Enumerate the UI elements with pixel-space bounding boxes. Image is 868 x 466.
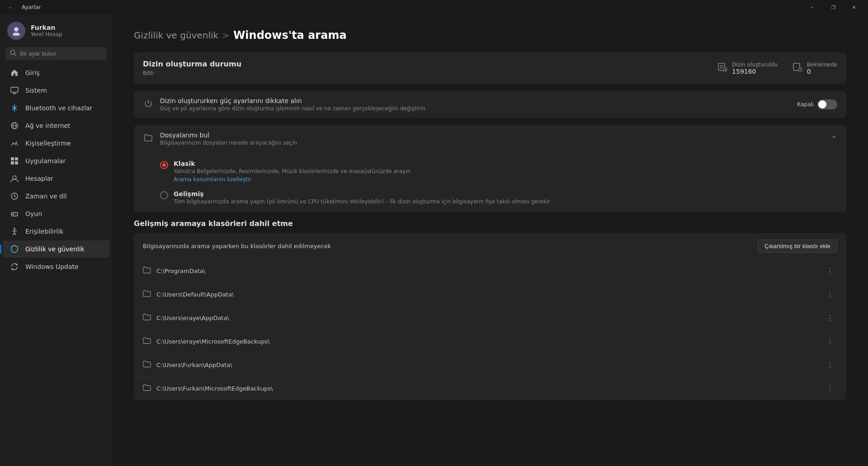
folder-item-left-2: C:\Users\Default\AppData\ — [143, 290, 234, 299]
user-info: Furkan Yerel Hesap — [31, 24, 62, 38]
radio-classic[interactable] — [160, 161, 168, 169]
sidebar-item-label-home: Giriş — [25, 69, 40, 76]
folder-item-1: C:\ProgramData\ ⋮ — [134, 259, 846, 283]
update-icon — [10, 262, 19, 271]
radio-advanced[interactable] — [160, 191, 168, 199]
power-card-title: Dizin oluştururken güç ayarlarını dikkat… — [160, 97, 425, 104]
main-content: Gizlilik ve güvenlik > Windows'ta arama … — [112, 14, 868, 466]
find-files-header-text: Dosyalarımı bul Bilgisayarınızın dosyala… — [160, 132, 297, 146]
add-folder-button[interactable]: Çıkartılmış bir klasör ekle — [758, 240, 837, 253]
folder-path-1: C:\ProgramData\ — [156, 268, 205, 274]
user-name: Furkan — [31, 24, 62, 31]
sidebar-item-label-accounts: Hesaplar — [25, 175, 53, 182]
excluded-header: Bilgisayarınızda arama yaparken bu klasö… — [134, 233, 846, 259]
find-files-icon — [143, 133, 154, 144]
svg-rect-12 — [15, 161, 18, 165]
user-section: Furkan Yerel Hesap — [0, 14, 112, 45]
excluded-header-text: Bilgisayarınızda arama yaparken bu klasö… — [143, 243, 331, 249]
svg-marker-28 — [11, 268, 14, 270]
customize-link[interactable]: Arama konumlarını özelleştir — [174, 176, 251, 183]
sidebar-item-time[interactable]: Zaman ve dil — [3, 188, 109, 205]
index-status-section: Dizin oluşturma durumu Bitti — [134, 52, 846, 84]
radio-classic-text: Klasik Yalnızca Belgelerinizde, Resimler… — [174, 160, 410, 183]
svg-point-21 — [15, 215, 16, 216]
power-icon — [143, 99, 154, 110]
sidebar-item-network[interactable]: Ağ ve internet — [3, 117, 109, 134]
toggle-knob — [818, 100, 826, 108]
index-status-value: Bitti — [143, 70, 241, 76]
folder-item-3: C:\Users\eraye\AppData\ ⋮ — [134, 306, 846, 330]
svg-line-3 — [14, 54, 16, 56]
search-box[interactable] — [5, 47, 107, 60]
power-card-text: Dizin oluştururken güç ayarlarını dikkat… — [160, 97, 425, 112]
power-toggle[interactable]: Kapalı — [797, 99, 837, 109]
folder-item-6: C:\Users\Furkan\MicrosoftEdgeBackups\ ⋮ — [134, 377, 846, 400]
search-input[interactable] — [20, 50, 102, 57]
breadcrumb-parent[interactable]: Gizlilik ve güvenlik — [134, 30, 218, 41]
classic-label: Klasik — [174, 160, 410, 167]
privacy-icon — [10, 245, 19, 254]
indexed-icon — [717, 62, 727, 74]
sidebar-item-home[interactable]: Giriş — [3, 64, 109, 81]
folder-item-4: C:\Users\eraye\MicrosoftEdgeBackups\ ⋮ — [134, 330, 846, 353]
sidebar-item-apps[interactable]: Uygulamalar — [3, 152, 109, 169]
sidebar-item-label-bluetooth: Bluetooth ve cihazlar — [25, 104, 92, 112]
sidebar-nav: Giriş Sistem Bluetooth ve cihazlar — [0, 64, 112, 276]
find-files-description: Bilgisayarınızın dosyaları nerede arayac… — [160, 140, 297, 146]
radio-option-classic[interactable]: Klasik Yalnızca Belgelerinizde, Resimler… — [160, 160, 837, 183]
folder-menu-btn-1[interactable]: ⋮ — [823, 265, 837, 277]
indexed-value: 159160 — [732, 68, 778, 75]
sidebar-item-personalization[interactable]: Kişiselleştirme — [3, 135, 109, 152]
sidebar-item-label-network: Ağ ve internet — [25, 122, 71, 129]
breadcrumb-current: Windows'ta arama — [233, 29, 347, 42]
back-button[interactable]: ← — [4, 0, 18, 14]
folder-menu-btn-4[interactable]: ⋮ — [823, 335, 837, 348]
svg-rect-10 — [15, 157, 18, 160]
advanced-label: Gelişmiş — [174, 190, 550, 198]
personalization-icon — [10, 139, 19, 148]
sidebar-item-label-accessibility: Erişilebilirlik — [25, 228, 63, 235]
folder-menu-btn-3[interactable]: ⋮ — [823, 312, 837, 324]
folder-icon-4 — [143, 337, 151, 346]
minimize-button[interactable]: − — [802, 0, 823, 14]
sidebar-item-privacy[interactable]: Gizlilik ve güvenlik — [3, 240, 109, 258]
svg-line-25 — [13, 233, 14, 235]
find-files-body: Klasik Yalnızca Belgelerinizde, Resimler… — [134, 153, 846, 212]
sidebar-item-update[interactable]: Windows Update — [3, 258, 109, 275]
time-icon — [10, 192, 19, 201]
folder-menu-btn-6[interactable]: ⋮ — [823, 382, 837, 395]
sidebar-item-accessibility[interactable]: Erişilebilirlik — [3, 223, 109, 240]
app-title: Ayarlar — [22, 4, 41, 10]
collapse-icon[interactable]: ⌃ — [830, 134, 837, 144]
avatar — [7, 22, 25, 40]
close-button[interactable]: ✕ — [844, 0, 864, 14]
folder-item-left-1: C:\ProgramData\ — [143, 267, 205, 276]
pending-stat: Beklemede 0 — [793, 61, 837, 75]
sidebar-item-label-system: Sistem — [25, 87, 47, 94]
toggle-label: Kapalı — [797, 101, 814, 108]
apps-icon — [10, 156, 19, 165]
restore-button[interactable]: ❐ — [823, 0, 844, 14]
sidebar-item-label-personalization: Kişiselleştirme — [25, 140, 71, 147]
indexed-label: Dizin oluşturuldu — [732, 61, 778, 68]
svg-point-33 — [723, 68, 727, 71]
accessibility-icon — [10, 227, 19, 236]
folder-menu-btn-2[interactable]: ⋮ — [823, 288, 837, 301]
bluetooth-icon — [10, 104, 19, 113]
sidebar-item-bluetooth[interactable]: Bluetooth ve cihazlar — [3, 99, 109, 117]
radio-option-advanced[interactable]: Gelişmiş Tüm bilgisayarınızda arama yapı… — [160, 190, 837, 205]
sidebar-item-system[interactable]: Sistem — [3, 82, 109, 99]
svg-point-13 — [13, 176, 16, 179]
folder-path-6: C:\Users\Furkan\MicrosoftEdgeBackups\ — [156, 385, 273, 392]
svg-rect-9 — [11, 157, 14, 160]
sidebar-item-gaming[interactable]: Oyun — [3, 205, 109, 222]
user-type: Yerel Hesap — [31, 31, 62, 38]
titlebar-controls: − ❐ ✕ — [802, 0, 864, 14]
folder-menu-btn-5[interactable]: ⋮ — [823, 359, 837, 371]
sidebar-item-accounts[interactable]: Hesaplar — [3, 170, 109, 187]
toggle-switch[interactable] — [817, 99, 837, 109]
power-card-row: Dizin oluştururken güç ayarlarını dikkat… — [134, 91, 846, 118]
folder-item-left-5: C:\Users\Furkan\AppData\ — [143, 361, 232, 370]
folder-item-left-6: C:\Users\Furkan\MicrosoftEdgeBackups\ — [143, 384, 273, 393]
power-card-left: Dizin oluştururken güç ayarlarını dikkat… — [143, 97, 425, 112]
